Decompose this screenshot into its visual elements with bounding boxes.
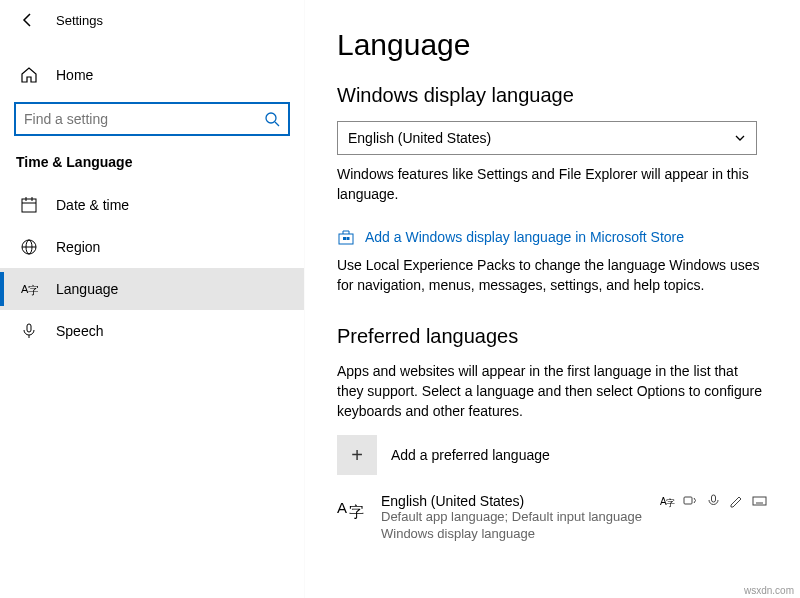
svg-text:字: 字 [666,498,675,508]
add-language-button[interactable]: + Add a preferred language [337,435,772,475]
display-language-dropdown[interactable]: English (United States) [337,121,757,155]
sidebar-item-language[interactable]: A字 Language [0,268,304,310]
plus-icon: + [337,435,377,475]
language-entry-text: English (United States) Default app lang… [381,493,642,543]
feature-display-icon: A字 [660,493,675,508]
store-link[interactable]: Add a Windows display language in Micros… [337,228,772,246]
page-title: Language [337,28,772,62]
microphone-icon [20,322,38,340]
back-icon[interactable] [20,12,36,28]
home-row[interactable]: Home [0,56,304,94]
search-input[interactable] [24,111,264,127]
globe-icon [20,238,38,256]
add-language-label: Add a preferred language [391,447,550,463]
feature-tts-icon [683,493,698,508]
language-icon: A字 [20,280,38,298]
store-link-text: Add a Windows display language in Micros… [365,229,684,245]
language-entry-sub1: Default app language; Default input lang… [381,509,642,526]
sidebar-item-datetime[interactable]: Date & time [0,184,304,226]
feature-speech-icon [706,493,721,508]
svg-rect-2 [22,199,36,212]
watermark: wsxdn.com [744,585,794,596]
svg-text:A: A [337,499,347,516]
svg-point-0 [266,113,276,123]
sidebar-item-label: Region [56,239,100,255]
svg-line-1 [275,122,279,126]
svg-rect-14 [343,237,346,240]
sidebar-item-speech[interactable]: Speech [0,310,304,352]
chevron-down-icon [734,132,746,144]
section-preferred-desc: Apps and websites will appear in the fir… [337,362,767,421]
sidebar-item-label: Speech [56,323,103,339]
svg-rect-20 [684,497,692,504]
sidebar: Settings Home Time & Language Date & tim… [0,0,305,598]
svg-rect-22 [753,497,766,505]
svg-rect-11 [27,324,31,332]
home-icon [20,66,38,84]
svg-rect-15 [347,237,350,240]
sidebar-item-label: Language [56,281,118,297]
category-title: Time & Language [0,150,304,184]
home-label: Home [56,67,93,83]
sidebar-item-region[interactable]: Region [0,226,304,268]
language-entry-name: English (United States) [381,493,642,509]
section-display-desc: Windows features like Settings and File … [337,165,757,204]
search-icon [264,111,280,127]
sidebar-item-label: Date & time [56,197,129,213]
svg-text:字: 字 [28,284,38,296]
svg-text:字: 字 [349,503,364,520]
entry-feature-icons: A字 [660,493,767,508]
main-panel: Language Windows display language Englis… [305,0,800,598]
feature-keyboard-icon [752,493,767,508]
feature-handwriting-icon [729,493,744,508]
language-entry[interactable]: A字 English (United States) Default app l… [337,493,767,543]
settings-title: Settings [56,13,103,28]
dropdown-value: English (United States) [348,130,491,146]
top-bar: Settings [0,0,304,36]
store-desc: Use Local Experience Packs to change the… [337,256,767,295]
store-icon [337,228,355,246]
search-box[interactable] [14,102,290,136]
section-display-title: Windows display language [337,84,772,107]
calendar-icon [20,196,38,214]
svg-rect-21 [712,495,716,502]
language-glyph-icon: A字 [337,495,367,525]
language-entry-sub2: Windows display language [381,526,642,543]
section-preferred-title: Preferred languages [337,325,772,348]
